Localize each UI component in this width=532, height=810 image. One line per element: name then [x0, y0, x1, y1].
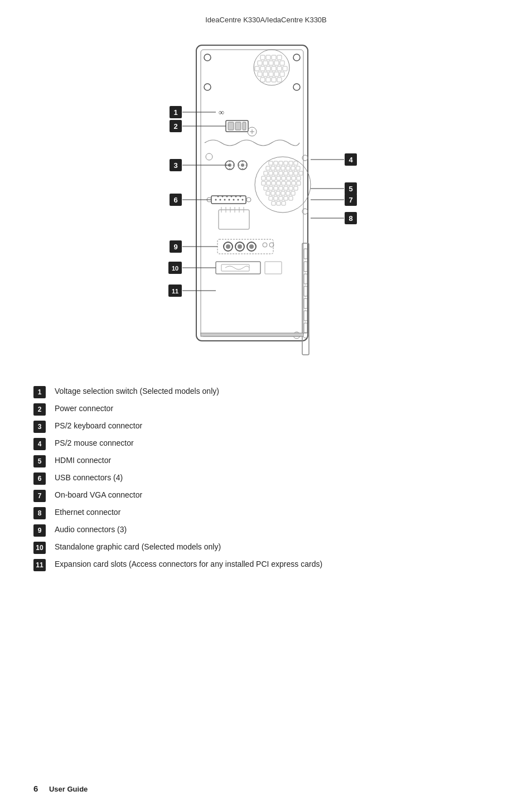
- svg-rect-15: [280, 61, 284, 65]
- svg-text:10: 10: [172, 265, 178, 272]
- svg-rect-18: [266, 66, 270, 71]
- svg-point-138: [226, 244, 230, 249]
- svg-point-3: [293, 54, 300, 61]
- svg-rect-59: [266, 166, 270, 170]
- svg-rect-102: [291, 191, 295, 195]
- list-item: 2Power connector: [33, 403, 499, 416]
- svg-point-116: [224, 199, 226, 201]
- diagram-area: ∞: [0, 34, 532, 363]
- svg-rect-93: [279, 186, 283, 190]
- svg-rect-103: [269, 196, 273, 200]
- svg-point-140: [238, 244, 242, 249]
- svg-text:9: 9: [173, 243, 177, 251]
- svg-rect-67: [269, 171, 273, 175]
- footer: 6 User Guide: [33, 784, 88, 793]
- svg-rect-65: [296, 166, 300, 170]
- svg-text:∞: ∞: [219, 108, 224, 117]
- svg-rect-29: [272, 78, 276, 82]
- svg-point-126: [240, 196, 241, 197]
- svg-rect-99: [276, 191, 280, 195]
- svg-rect-53: [269, 161, 273, 165]
- svg-rect-107: [289, 196, 293, 200]
- svg-point-118: [233, 199, 235, 201]
- svg-rect-153: [304, 298, 307, 308]
- svg-point-51: [238, 165, 240, 166]
- svg-rect-71: [289, 171, 293, 175]
- svg-rect-101: [286, 191, 290, 195]
- list-item: 8Ethernet connector: [33, 507, 499, 519]
- svg-rect-21: [283, 66, 287, 71]
- list-item: 6USB connectors (4): [33, 472, 499, 485]
- svg-rect-8: [266, 55, 270, 60]
- svg-rect-23: [263, 72, 268, 76]
- svg-rect-110: [282, 201, 286, 205]
- svg-point-2: [204, 54, 211, 61]
- svg-rect-20: [277, 66, 282, 71]
- svg-rect-27: [260, 78, 265, 82]
- svg-rect-30: [277, 78, 282, 82]
- svg-rect-66: [264, 171, 268, 175]
- svg-rect-75: [267, 176, 270, 180]
- item-number: 9: [33, 524, 46, 537]
- svg-rect-77: [277, 176, 280, 180]
- item-label: USB connectors (4): [55, 472, 123, 484]
- footer-page-number: 6: [33, 784, 38, 793]
- svg-point-39: [206, 153, 212, 160]
- svg-rect-84: [272, 181, 275, 185]
- svg-rect-105: [279, 196, 283, 200]
- svg-rect-55: [279, 161, 283, 165]
- svg-point-50: [242, 168, 244, 170]
- svg-point-119: [238, 199, 239, 201]
- svg-text:7: 7: [349, 196, 352, 204]
- svg-rect-73: [299, 171, 303, 175]
- svg-rect-24: [269, 72, 273, 76]
- svg-rect-12: [263, 61, 268, 65]
- svg-rect-13: [269, 61, 273, 65]
- svg-point-120: [242, 199, 244, 201]
- svg-rect-56: [284, 161, 288, 165]
- svg-rect-58: [294, 161, 298, 165]
- svg-rect-76: [272, 176, 275, 180]
- svg-rect-149: [304, 249, 307, 259]
- item-number: 4: [33, 438, 46, 450]
- item-label: On-board VGA connector: [55, 489, 142, 501]
- svg-rect-109: [277, 201, 280, 205]
- svg-rect-106: [284, 196, 288, 200]
- svg-text:1: 1: [173, 108, 177, 117]
- item-label: Power connector: [55, 403, 113, 414]
- svg-rect-87: [287, 181, 291, 185]
- svg-text:3: 3: [173, 161, 177, 170]
- list-item: 11Expansion card slots (Access connector…: [33, 558, 499, 571]
- item-label: Ethernet connector: [55, 507, 120, 518]
- svg-rect-63: [286, 166, 290, 170]
- svg-rect-154: [304, 311, 307, 321]
- svg-rect-35: [243, 122, 246, 130]
- list-item: 7On-board VGA connector: [33, 489, 499, 502]
- svg-rect-11: [258, 61, 262, 65]
- svg-rect-68: [274, 171, 278, 175]
- svg-rect-28: [266, 78, 270, 82]
- svg-rect-62: [281, 166, 285, 170]
- svg-rect-69: [279, 171, 283, 175]
- svg-rect-60: [271, 166, 275, 170]
- svg-rect-26: [280, 72, 284, 76]
- svg-rect-152: [304, 286, 307, 296]
- list-item: 4PS/2 mouse connector: [33, 437, 499, 450]
- svg-rect-155: [304, 323, 307, 333]
- svg-point-48: [242, 161, 244, 162]
- item-number: 7: [33, 490, 46, 502]
- item-number: 1: [33, 386, 46, 398]
- svg-rect-34: [235, 122, 241, 130]
- item-number: 6: [33, 472, 46, 485]
- svg-rect-22: [258, 72, 262, 76]
- svg-rect-86: [282, 181, 286, 185]
- svg-rect-79: [287, 176, 291, 180]
- item-number: 3: [33, 421, 46, 433]
- list-item: 9Audio connectors (3): [33, 524, 499, 537]
- svg-rect-81: [297, 176, 301, 180]
- svg-text:4: 4: [349, 156, 353, 164]
- svg-rect-72: [294, 171, 298, 175]
- svg-point-52: [255, 157, 311, 213]
- svg-rect-57: [289, 161, 293, 165]
- svg-point-143: [263, 243, 267, 247]
